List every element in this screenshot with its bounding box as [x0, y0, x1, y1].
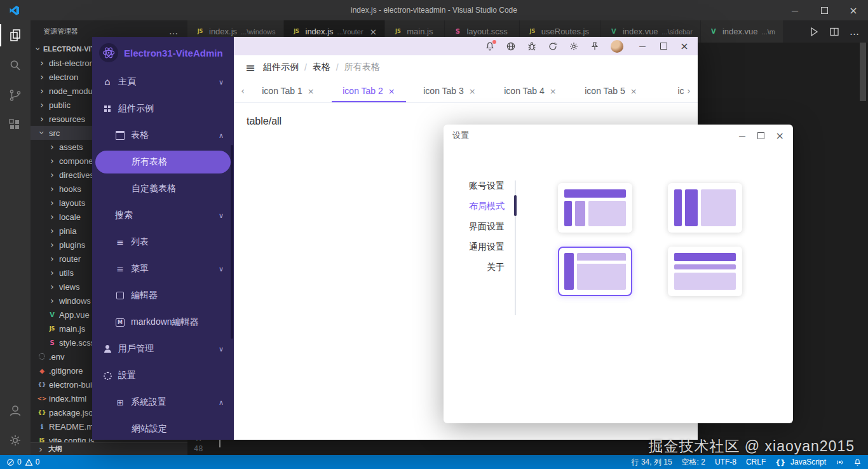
dialog-close-button[interactable] [776, 130, 784, 142]
chev-icon [37, 100, 47, 110]
dialog-menu-item[interactable]: 关于 [455, 257, 505, 277]
indentation[interactable]: 空格: 2 [682, 457, 705, 468]
breadcrumb-item[interactable]: 表格 [313, 62, 344, 73]
explorer-icon[interactable] [0, 20, 31, 50]
sidebar-menu-item[interactable]: 自定義表格 [92, 175, 234, 202]
language-mode[interactable]: JavaScript [775, 458, 826, 466]
broadcast-icon[interactable] [836, 458, 844, 466]
source-control-icon[interactable] [0, 80, 31, 110]
sidebar-menu-item[interactable]: 菜單 [92, 255, 234, 282]
app-tab-close-icon[interactable] [630, 86, 637, 96]
app-tab-close-icon[interactable] [388, 86, 395, 96]
breadcrumb-item[interactable]: 所有表格 [344, 62, 380, 73]
sidebar-menu-item[interactable]: 系統設置 [92, 389, 234, 416]
sidebar-menu-item[interactable]: 列表 [92, 229, 234, 255]
sidebar-menu-item[interactable]: 組件示例 [92, 95, 234, 122]
tabs-scroll-right-icon[interactable] [684, 86, 694, 96]
sidebar-menu-item[interactable]: 用戶管理 [92, 336, 234, 362]
app-settings-gear-icon[interactable] [569, 41, 579, 51]
layout-preview-card[interactable] [668, 183, 742, 233]
close-button[interactable] [839, 0, 868, 20]
layout-preview-card[interactable] [558, 247, 632, 296]
tabs-scroll-left-icon[interactable] [238, 86, 248, 96]
scss-icon [452, 28, 463, 35]
app-tab-close-icon[interactable] [308, 86, 315, 96]
app-tab-label: icon Tab 3 [423, 86, 464, 96]
search-icon[interactable] [0, 50, 31, 80]
preview-row [674, 273, 736, 290]
encoding[interactable]: UTF-8 [715, 458, 736, 466]
bell-icon[interactable] [853, 458, 862, 466]
dialog-menu-item[interactable]: 通用设置 [455, 236, 505, 257]
sidebar-menu-item[interactable]: 表格 [92, 122, 234, 149]
editor-actions [800, 20, 868, 43]
editor-scrollbar[interactable] [860, 43, 866, 101]
settings-gear-icon[interactable] [0, 425, 31, 455]
app-tab[interactable]: icon Tab 2 [329, 79, 409, 102]
app-tab[interactable]: icon Tab 5 [571, 79, 651, 102]
more-actions-icon[interactable] [850, 25, 859, 37]
js-icon [37, 438, 47, 443]
language-globe-icon[interactable] [506, 41, 516, 51]
sidebar-menu-item[interactable]: markdown編輯器 [92, 309, 234, 336]
chev-icon [47, 240, 57, 250]
scss-icon [47, 339, 57, 346]
window-title: index.js - electron-viteadmin - Visual S… [0, 6, 868, 15]
sidebar-menu-item[interactable]: 主頁 [92, 69, 234, 95]
dialog-menu-item[interactable]: 界面设置 [455, 216, 505, 236]
split-editor-icon[interactable] [829, 27, 839, 37]
app-tab[interactable]: icon Ta [651, 79, 684, 102]
bug-icon[interactable] [527, 41, 537, 51]
table-icon [115, 130, 125, 140]
app-tab[interactable]: icon Tab 3 [409, 79, 490, 102]
eol-sequence[interactable]: CRLF [746, 458, 766, 466]
sidebar-menu-item[interactable]: 所有表格 [95, 151, 231, 173]
dialog-menu-item[interactable]: 账号设置 [455, 175, 505, 196]
file-name: style.scss [59, 338, 95, 348]
app-tab-close-icon[interactable] [469, 86, 476, 96]
layout-preview-card[interactable] [558, 183, 632, 233]
file-name: electron [49, 72, 78, 82]
cursor-position[interactable]: 行 34, 列 15 [632, 457, 672, 468]
user-avatar[interactable] [611, 40, 623, 53]
outline-section[interactable]: 大纲 [31, 442, 187, 455]
app-tab-close-icon[interactable] [550, 86, 557, 96]
sidebar-menu-item[interactable]: 搜索 [92, 202, 234, 229]
dialog-menu-item[interactable]: 布局模式 [455, 196, 505, 216]
run-icon[interactable] [809, 27, 819, 37]
tab-close-icon[interactable] [370, 27, 377, 37]
dialog-maximize-button[interactable] [757, 132, 764, 139]
explorer-more-icon[interactable] [169, 26, 179, 36]
sidebar-menu-item[interactable]: 網站設定 [92, 416, 234, 440]
pin-icon[interactable] [590, 41, 600, 51]
preview-content [674, 273, 736, 290]
refresh-icon[interactable] [548, 41, 558, 51]
app-tab[interactable]: icon Tab 1 [248, 79, 329, 102]
git-icon [37, 367, 47, 374]
layout-preview-card[interactable] [668, 247, 742, 296]
settings-dialog: 设置 账号设置 布局模式 界面设置 通用设置 关于 [444, 125, 793, 423]
breadcrumb-item[interactable]: 組件示例 [263, 62, 313, 73]
account-icon[interactable] [0, 395, 31, 425]
problems-errors[interactable]: 0 [6, 458, 22, 466]
sidebar-menu-item[interactable]: 設置 [92, 362, 234, 389]
sidebar-scrollbar[interactable] [231, 145, 233, 339]
editor-tab[interactable]: index.vue ...\m [701, 20, 783, 43]
app-minimize-button[interactable] [638, 42, 647, 50]
maximize-button[interactable] [810, 0, 839, 20]
problems-warnings[interactable]: 0 [25, 458, 40, 466]
file-name: dist-electron [49, 58, 94, 68]
sidebar-menu-item[interactable]: 編輯器 [92, 282, 234, 309]
preview-sidebar [564, 201, 572, 226]
dialog-minimize-button[interactable] [739, 132, 746, 140]
notification-bell-icon[interactable] [485, 41, 495, 51]
app-close-button[interactable] [680, 40, 689, 52]
extensions-icon[interactable] [0, 110, 31, 140]
hamburger-menu-icon[interactable] [245, 60, 255, 74]
dialog-menu: 账号设置 布局模式 界面设置 通用设置 关于 [455, 175, 505, 277]
app-tab[interactable]: icon Tab 4 [490, 79, 571, 102]
minimize-button[interactable] [780, 0, 810, 20]
file-name: assets [59, 142, 83, 152]
atom-logo-icon [99, 43, 118, 62]
app-maximize-button[interactable] [659, 43, 668, 50]
